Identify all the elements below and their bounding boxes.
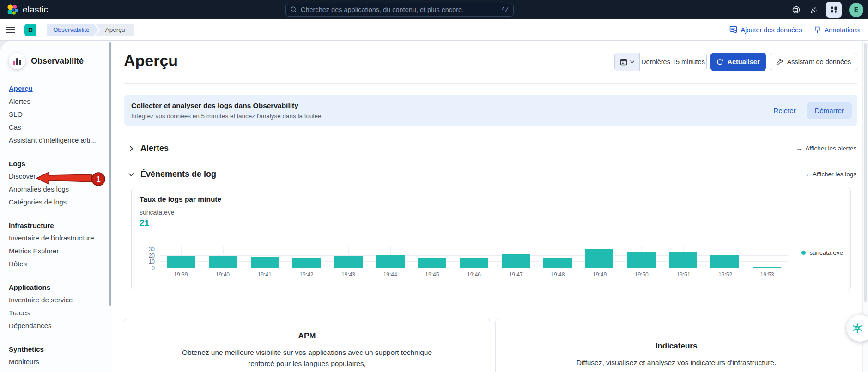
global-search[interactable]: ^/ bbox=[285, 3, 514, 17]
time-range-label[interactable]: Dernières 15 minutes bbox=[640, 53, 706, 71]
x-tick-label: 19:43 bbox=[328, 271, 370, 278]
start-button[interactable]: Démarrer bbox=[807, 102, 852, 119]
bar-19:47[interactable] bbox=[502, 254, 530, 268]
sidebar-item-inventaire-de-service[interactable]: Inventaire de service bbox=[9, 294, 103, 306]
scrollbar-thumb[interactable] bbox=[864, 43, 867, 302]
bar-slot bbox=[286, 246, 328, 268]
sidebar-section-logs: Logs bbox=[9, 157, 105, 170]
chart-title: Taux de logs par minute bbox=[140, 195, 221, 204]
chart-x-axis: 19:3919:4019:4119:4219:4319:4419:4519:46… bbox=[160, 271, 788, 278]
sidebar-corner bbox=[0, 41, 12, 53]
sidebar-item-traces[interactable]: Traces bbox=[9, 306, 103, 319]
sidebar-title: Observabilité bbox=[31, 56, 84, 66]
bar-slot bbox=[411, 246, 453, 268]
chart-bars bbox=[160, 246, 788, 268]
menu-toggle-icon[interactable] bbox=[6, 27, 15, 33]
brand-name: elastic bbox=[23, 5, 48, 15]
page-title: Aperçu bbox=[124, 52, 178, 70]
chevron-down-icon bbox=[630, 60, 635, 64]
breadcrumb-bar: D Observabilité Aperçu Ajouter des donné… bbox=[0, 19, 868, 41]
bar-19:51[interactable] bbox=[669, 252, 698, 268]
sidebar-item-anomalies-des-logs[interactable]: Anomalies des logs bbox=[9, 183, 103, 196]
time-range-picker[interactable]: Dernières 15 minutes bbox=[614, 53, 707, 71]
bar-slot bbox=[746, 246, 788, 268]
sidebar-item-inventaire-de-l-infrastructure[interactable]: Inventaire de l'infrastructure bbox=[9, 232, 103, 245]
deployment-badge[interactable]: D bbox=[24, 24, 36, 36]
metrics-card[interactable]: Indicateurs Diffusez, visualisez et anal… bbox=[495, 319, 857, 372]
sidebar-item-aper-u[interactable]: Aperçu bbox=[9, 82, 103, 95]
bar-slot bbox=[495, 246, 537, 268]
bar-19:42[interactable] bbox=[292, 258, 321, 268]
x-tick-label: 19:48 bbox=[537, 271, 579, 278]
breadcrumb-overview: Aperçu bbox=[95, 24, 134, 36]
x-tick-label: 19:41 bbox=[243, 271, 285, 278]
sidebar-item-moniteurs[interactable]: Moniteurs bbox=[9, 355, 103, 368]
logs-callout-banner: Collecter et analyser des logs dans Obse… bbox=[124, 95, 857, 126]
sidebar-nav: AperçuAlertesSLOCasAssistant d'intellige… bbox=[0, 69, 112, 368]
bar-19:40[interactable] bbox=[209, 256, 237, 268]
chart-metric-value: 21 bbox=[140, 218, 149, 228]
bar-slot bbox=[704, 246, 746, 268]
bar-19:46[interactable] bbox=[460, 258, 488, 268]
sidebar-section-infrastructure: Infrastructure bbox=[9, 219, 105, 232]
x-tick-label: 19:44 bbox=[369, 271, 411, 278]
bar-19:48[interactable] bbox=[543, 258, 572, 268]
openai-icon bbox=[851, 322, 863, 334]
user-avatar[interactable]: E bbox=[849, 3, 863, 17]
sidebar-item-h-tes[interactable]: Hôtes bbox=[9, 258, 103, 270]
chart-legend[interactable]: suricata.eve bbox=[801, 249, 843, 256]
x-tick-label: 19:45 bbox=[411, 271, 453, 278]
data-assistant-button[interactable]: Assistant de données bbox=[770, 53, 857, 71]
alerts-title[interactable]: Alertes bbox=[140, 144, 169, 153]
x-tick-label: 19:39 bbox=[160, 271, 202, 278]
apm-card[interactable]: APM Obtenez une meilleure visibilité sur… bbox=[124, 319, 490, 372]
sidebar-item-assistant-d-intelligence-arti[interactable]: Assistant d'intelligence arti... bbox=[9, 134, 103, 147]
help-icon[interactable] bbox=[791, 5, 801, 15]
breadcrumb: Observabilité Aperçu bbox=[47, 24, 134, 36]
bar-19:44[interactable] bbox=[376, 255, 405, 268]
dismiss-button[interactable]: Rejeter bbox=[773, 107, 795, 114]
bar-19:45[interactable] bbox=[418, 258, 447, 268]
bar-19:39[interactable] bbox=[167, 256, 195, 268]
newsfeed-icon[interactable] bbox=[808, 5, 819, 15]
metrics-card-title: Indicateurs bbox=[496, 342, 857, 351]
elastic-brand[interactable]: elastic bbox=[0, 4, 48, 16]
annotations-link[interactable]: Annotations bbox=[814, 26, 860, 34]
y-tick-label: 0 bbox=[136, 265, 155, 271]
sidebar-item-cat-gories-de-logs[interactable]: Catégories de logs bbox=[9, 196, 103, 209]
apps-menu-icon[interactable] bbox=[826, 2, 842, 18]
sidebar-item-metrics-explorer[interactable]: Metrics Explorer bbox=[9, 245, 103, 258]
calendar-dropdown[interactable] bbox=[615, 53, 640, 71]
bar-19:52[interactable] bbox=[710, 255, 739, 268]
search-input[interactable] bbox=[301, 6, 498, 13]
bar-slot bbox=[662, 246, 704, 268]
sidebar-item-cas[interactable]: Cas bbox=[9, 121, 103, 134]
sidebar-item-d-pendances[interactable]: Dépendances bbox=[9, 319, 103, 332]
show-alerts-link[interactable]: → Afficher les alertes bbox=[796, 145, 856, 152]
search-icon bbox=[291, 6, 297, 13]
bar-slot bbox=[160, 246, 202, 268]
bar-slot bbox=[202, 246, 244, 268]
banner-subtitle: Intégrez vos données en 5 minutes et lan… bbox=[131, 113, 323, 120]
breadcrumb-observability[interactable]: Observabilité bbox=[47, 24, 99, 36]
sidebar-scrollbar[interactable] bbox=[109, 42, 111, 306]
elastic-logo-icon bbox=[6, 4, 18, 16]
bar-19:41[interactable] bbox=[251, 257, 279, 268]
chart-y-axis: 0102030 bbox=[139, 246, 158, 268]
sidebar-item-slo[interactable]: SLO bbox=[9, 108, 103, 121]
show-logs-link[interactable]: → Afficher les logs bbox=[803, 171, 856, 178]
legend-label: suricata.eve bbox=[809, 249, 843, 256]
bar-19:43[interactable] bbox=[334, 256, 363, 268]
y-tick-label: 10 bbox=[136, 258, 155, 265]
chevron-right-icon[interactable] bbox=[127, 145, 135, 152]
chevron-down-icon[interactable] bbox=[127, 171, 135, 178]
sidebar-item-discover[interactable]: Discover bbox=[9, 170, 103, 183]
refresh-button[interactable]: Actualiser bbox=[710, 53, 766, 71]
bar-19:53[interactable] bbox=[753, 267, 781, 268]
add-data-link[interactable]: Ajouter des données bbox=[729, 26, 802, 34]
bar-19:49[interactable] bbox=[585, 249, 614, 269]
sidebar-item-alertes[interactable]: Alertes bbox=[9, 95, 103, 108]
log-events-title[interactable]: Événements de log bbox=[140, 169, 216, 179]
bar-19:50[interactable] bbox=[627, 252, 656, 268]
x-tick-label: 19:52 bbox=[704, 271, 747, 278]
